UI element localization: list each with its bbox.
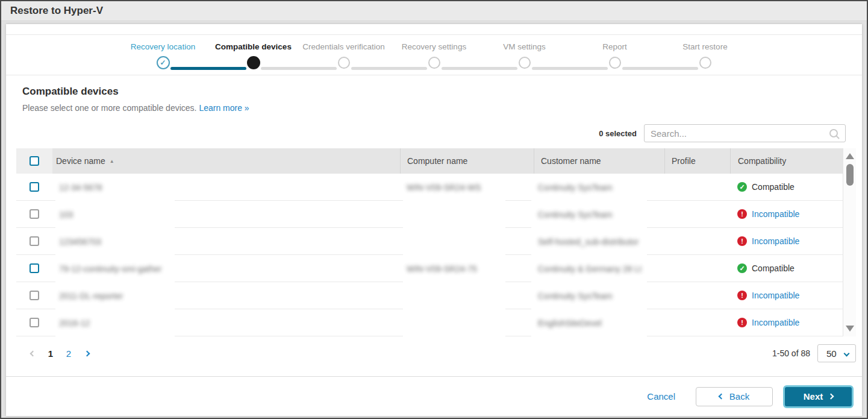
back-button[interactable]: Back	[696, 387, 773, 406]
redacted-computer-name-column: WIN-V09-SR24-WS WIN-V09-SR24-75	[403, 174, 505, 336]
page-description: Please select one or more compatible dev…	[22, 103, 862, 113]
next-page-icon[interactable]	[78, 344, 96, 362]
back-button-label: Back	[729, 391, 749, 402]
incompatible-status-icon	[737, 236, 747, 246]
compatibility-status-link[interactable]: Incompatible	[752, 236, 799, 246]
step-content: Compatible devices Please select one or …	[6, 75, 862, 376]
step-label: Report	[570, 41, 660, 53]
redacted-text: Continuity SysTeam	[538, 183, 613, 192]
redacted-text: EnglishSiteDevel	[538, 318, 602, 328]
step-recovery-location[interactable]: Recovery location ✓	[118, 41, 208, 71]
column-header-compatibility[interactable]: Compatibility	[730, 148, 843, 174]
redacted-text: WIN-V09-SR24-75	[407, 264, 477, 274]
incompatible-status-icon	[737, 318, 747, 327]
learn-more-link[interactable]: Learn more »	[199, 103, 249, 113]
step-pending-circle-icon	[519, 57, 531, 69]
restore-wizard-window: Restore to Hyper-V Recovery location ✓ C…	[0, 0, 868, 419]
scroll-up-icon[interactable]	[846, 153, 854, 159]
step-start-restore: Start restore	[660, 41, 751, 71]
sort-ascending-icon: ▲	[110, 159, 114, 164]
chevron-down-icon	[844, 351, 850, 357]
redacted-text: 12-34-5678	[59, 183, 102, 192]
compatible-status-icon	[737, 263, 747, 273]
step-compatible-devices: Compatible devices	[208, 41, 299, 71]
row-checkbox[interactable]	[30, 263, 39, 273]
compatibility-status-link[interactable]: Incompatible	[752, 209, 799, 219]
column-header-device-name[interactable]: Device name▲	[52, 148, 400, 174]
step-label: Compatible devices	[208, 41, 299, 53]
devices-table: Device name▲ Computer name Customer name…	[16, 148, 856, 336]
step-label: VM settings	[479, 41, 570, 53]
step-pending-circle-icon	[609, 57, 621, 69]
column-label: Customer name	[541, 156, 601, 166]
search-input[interactable]	[645, 125, 845, 142]
chevron-right-icon	[828, 394, 834, 400]
step-recovery-settings: Recovery settings	[389, 41, 479, 71]
scroll-down-icon[interactable]	[846, 326, 854, 332]
cancel-button[interactable]: Cancel	[647, 391, 675, 402]
compatible-status-icon	[737, 182, 747, 192]
redacted-device-name-column: 12-34-5678 103 123456703 79-12-continuit…	[55, 174, 175, 336]
select-all-cell	[16, 148, 52, 174]
wizard-panel: Recovery location ✓ Compatible devices C…	[6, 24, 862, 416]
page-title: Compatible devices	[22, 86, 862, 98]
scrollbar-thumb[interactable]	[846, 164, 854, 186]
redacted-text: Self-hosted_sub-distributor	[538, 237, 639, 247]
redacted-text: 103	[59, 210, 73, 219]
row-checkbox-disabled	[30, 291, 39, 300]
description-text: Please select one or more compatible dev…	[22, 103, 196, 113]
compatibility-status: Compatible	[752, 182, 795, 192]
incompatible-status-icon	[737, 209, 747, 219]
row-checkbox-disabled	[30, 209, 39, 219]
column-label: Profile	[672, 156, 696, 166]
step-report: Report	[570, 41, 660, 71]
page-size-select[interactable]: 50	[817, 344, 856, 362]
table-scrollbar[interactable]	[843, 148, 856, 336]
page-1-button[interactable]: 1	[42, 344, 60, 362]
step-label: Recovery settings	[389, 41, 479, 53]
redacted-text: Continuity SysTeam	[538, 291, 613, 301]
column-header-profile[interactable]: Profile	[664, 148, 730, 174]
step-label: Credentials verification	[299, 41, 389, 53]
step-done-check-icon[interactable]: ✓	[157, 56, 170, 69]
column-label: Computer name	[407, 156, 467, 166]
column-header-customer-name[interactable]: Customer name	[534, 148, 664, 174]
compatibility-status-link[interactable]: Incompatible	[752, 318, 799, 327]
redacted-text: 2011-DL-reporter	[59, 291, 123, 301]
search-box[interactable]	[644, 124, 846, 142]
table-toolbar: 0 selected	[16, 124, 856, 142]
redacted-text: 123456703	[59, 237, 101, 247]
step-pending-circle-icon	[428, 57, 440, 69]
step-vm-settings: VM settings	[479, 41, 570, 71]
table-body: Compatible Incompatible Incompatible	[16, 174, 843, 336]
search-icon	[829, 128, 840, 142]
redacted-text: Continuity SysTeam	[538, 210, 613, 219]
row-checkbox[interactable]	[30, 182, 39, 192]
column-label: Compatibility	[738, 156, 786, 166]
previous-page-icon	[23, 344, 42, 362]
column-header-computer-name[interactable]: Computer name	[400, 148, 534, 174]
row-checkbox-disabled	[30, 318, 39, 327]
next-button-label: Next	[804, 391, 823, 402]
step-pending-circle-icon	[699, 57, 711, 69]
page-2-button[interactable]: 2	[60, 344, 78, 362]
select-all-checkbox[interactable]	[30, 156, 39, 166]
pagination-range: 1-50 of 88	[772, 348, 810, 358]
next-button[interactable]: Next	[783, 385, 854, 408]
wizard-footer: Cancel Back Next	[6, 376, 862, 416]
chevron-left-icon	[718, 394, 724, 400]
step-label: Start restore	[660, 41, 751, 53]
compatibility-status-link[interactable]: Incompatible	[752, 291, 799, 300]
row-checkbox-disabled	[30, 236, 39, 246]
column-label: Device name	[56, 156, 105, 166]
redacted-text: WIN-V09-SR24-WS	[407, 183, 481, 192]
redacted-text: 79-12-continuity-smi-gather	[59, 264, 161, 274]
redacted-text: 2016-12	[59, 318, 90, 328]
page-size-value: 50	[826, 348, 837, 359]
incompatible-status-icon	[737, 291, 747, 300]
step-active-dot-icon	[247, 56, 260, 69]
redacted-text: Continuity & Germany 28 Lt	[538, 264, 642, 274]
step-label: Recovery location	[118, 41, 208, 53]
wizard-stepper: Recovery location ✓ Compatible devices C…	[6, 35, 862, 75]
redacted-customer-name-column: Continuity SysTeam Continuity SysTeam Se…	[531, 174, 647, 336]
